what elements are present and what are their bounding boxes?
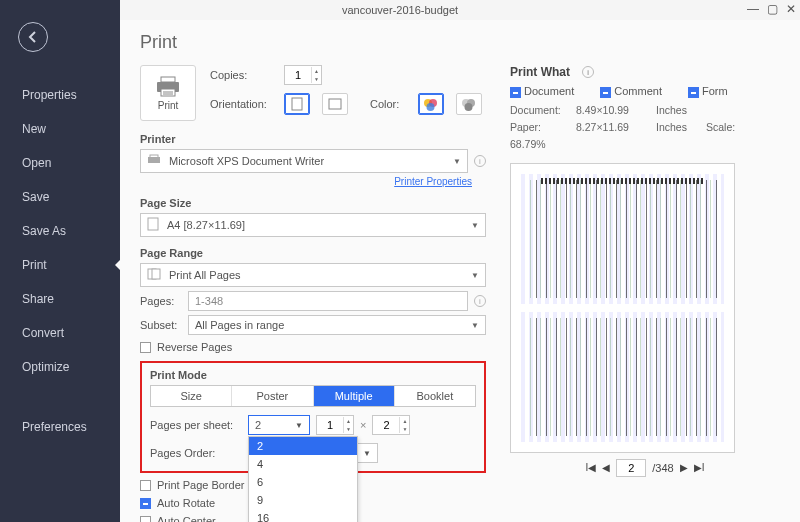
preview-column: Print What i Document Comment Form Docum… [510,65,780,522]
pps-y-input[interactable] [373,419,399,431]
center-label: Auto Center [157,515,216,522]
printer-selected-value: Microsoft XPS Document Writer [169,155,324,167]
page-range-value: Print All Pages [169,269,241,281]
sidebar-item-print[interactable]: Print [0,248,120,282]
copies-stepper[interactable]: ▲▼ [284,65,322,85]
chevron-down-icon: ▼ [295,421,303,430]
sidebar-item-save-as[interactable]: Save As [0,214,120,248]
checkbox-icon [140,480,151,491]
content-area: Print Print Copies: ▲▼ [120,20,800,522]
pps-option[interactable]: 4 [249,455,357,473]
pps-option[interactable]: 9 [249,491,357,509]
printer-select[interactable]: Microsoft XPS Document Writer ▼ [140,149,468,173]
page-range-select[interactable]: Print All Pages ▼ [140,263,486,287]
close-button[interactable]: ✕ [786,2,796,16]
pps-option[interactable]: 2 [249,437,357,455]
preview-pager: I◀ ◀ /348 ▶ ▶I [510,459,780,477]
sidebar: PropertiesNewOpenSaveSave AsPrintShareCo… [0,0,120,522]
color-icon [423,97,439,111]
grayscale-icon [461,97,477,111]
sidebar-item-preferences[interactable]: Preferences [0,410,120,444]
pager-input[interactable] [616,459,646,477]
copies-up[interactable]: ▲ [312,67,321,75]
checkbox-icon [140,342,151,353]
page-size-select[interactable]: A4 [8.27×11.69] ▼ [140,213,486,237]
print-mode-tab-booklet[interactable]: Booklet [395,386,475,406]
sidebar-item-convert[interactable]: Convert [0,316,120,350]
pager-last[interactable]: ▶I [694,462,705,473]
print-button-label: Print [158,100,179,111]
svg-rect-6 [329,99,341,109]
print-button[interactable]: Print [140,65,196,121]
title-bar: vancouver-2016-budget — ▢ ✕ [0,0,800,20]
print-preview [510,163,735,453]
printer-small-icon [147,154,161,168]
print-what-form[interactable]: Form [688,85,728,98]
color-on-button[interactable] [418,93,444,115]
sidebar-item-open[interactable]: Open [0,146,120,180]
chevron-down-icon: ▼ [471,321,479,330]
info-icon[interactable]: i [474,295,486,307]
svg-point-12 [465,103,473,111]
print-mode-tab-size[interactable]: Size [151,386,232,406]
pager-next[interactable]: ▶ [680,462,688,473]
pager-prev[interactable]: ◀ [602,462,610,473]
checkbox-checked-icon [140,498,151,509]
page-size-value: A4 [8.27×11.69] [167,219,245,231]
pager-first[interactable]: I◀ [586,462,597,473]
sidebar-item-new[interactable]: New [0,112,120,146]
pps-x-input[interactable] [317,419,343,431]
print-what-comment[interactable]: Comment [600,85,662,98]
pages-per-sheet-select[interactable]: 2 ▼ 246916Custom... [248,415,310,435]
print-mode-tab-multiple[interactable]: Multiple [314,386,395,406]
preview-page-2 [521,312,724,442]
maximize-button[interactable]: ▢ [767,2,778,16]
pps-y-stepper[interactable]: ▲▼ [372,415,410,435]
landscape-icon [328,98,342,110]
info-icon[interactable]: i [474,155,486,167]
sidebar-item-optimize[interactable]: Optimize [0,350,120,384]
pages-label: Pages: [140,295,188,307]
pages-per-sheet-label: Pages per sheet: [150,419,242,431]
back-button[interactable] [18,22,48,52]
sidebar-item-properties[interactable]: Properties [0,78,120,112]
border-label: Print Page Border [157,479,244,491]
svg-rect-14 [150,155,158,158]
print-mode-label: Print Mode [150,369,476,381]
copies-down[interactable]: ▼ [312,75,321,83]
orientation-landscape-button[interactable] [322,93,348,115]
subset-label: Subset: [140,319,188,331]
info-icon[interactable]: i [582,66,594,78]
color-off-button[interactable] [456,93,482,115]
print-mode-section: Print Mode SizePosterMultipleBooklet Pag… [140,361,486,473]
chevron-down-icon: ▼ [471,221,479,230]
minimize-button[interactable]: — [747,2,759,16]
print-what-document[interactable]: Document [510,85,574,98]
pages-input[interactable] [188,291,468,311]
sidebar-item-save[interactable]: Save [0,180,120,214]
multiply-symbol: × [360,419,366,431]
pps-option[interactable]: 16 [249,509,357,522]
checkbox-icon [140,516,151,523]
reverse-pages-label: Reverse Pages [157,341,232,353]
printer-properties-link[interactable]: Printer Properties [140,176,472,187]
print-what-title: Print What [510,65,570,79]
svg-rect-17 [152,269,160,279]
pps-x-stepper[interactable]: ▲▼ [316,415,354,435]
sidebar-item-share[interactable]: Share [0,282,120,316]
window-controls: — ▢ ✕ [747,2,796,16]
preview-page-1 [521,174,724,304]
chevron-down-icon: ▼ [363,449,371,458]
printer-icon [155,76,181,98]
print-mode-tab-poster[interactable]: Poster [232,386,313,406]
svg-rect-5 [292,98,302,110]
copies-input[interactable] [285,69,311,81]
orientation-portrait-button[interactable] [284,93,310,115]
page-range-label: Page Range [140,247,486,259]
subset-select[interactable]: All Pages in range ▼ [188,315,486,335]
pps-value: 2 [255,419,261,431]
pps-option[interactable]: 6 [249,473,357,491]
reverse-pages-checkbox[interactable]: Reverse Pages [140,341,486,353]
color-label: Color: [370,98,410,110]
pps-dropdown: 246916Custom... [248,436,358,522]
